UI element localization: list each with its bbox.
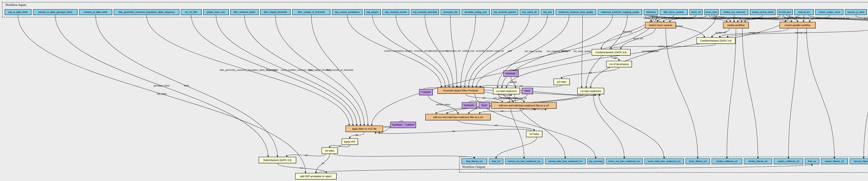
s-add-normal[interactable]: Add snv and indel bam-readcount files to… bbox=[491, 102, 557, 109]
edge-label-docm-vcf: docm_vcf bbox=[633, 37, 643, 40]
edge-label-vcf: vcf bbox=[614, 57, 617, 59]
edge-label-pick: pick bbox=[508, 50, 512, 52]
s-bgzip[interactable]: bgzip VCF bbox=[342, 138, 358, 145]
in-variants-to-table-genotype-fields[interactable]: variants_to_table_genotype_fields bbox=[33, 9, 78, 15]
in-filter-gnomADe-maximum-population-allele-frequency[interactable]: filter_gnomADe_maximum_population_allele… bbox=[114, 9, 179, 15]
in-variants-to-table-fields[interactable]: variants_to_table_fields bbox=[79, 9, 112, 15]
l-dna1[interactable]: "DNA" bbox=[522, 88, 533, 94]
edge-label-vcf: vcf bbox=[305, 154, 308, 156]
edge-label-min-base-quality: min_base_quality bbox=[524, 50, 542, 52]
in-varscan-p-value[interactable]: varscan_p_value bbox=[845, 9, 867, 15]
out-normal-indel-bam-readcount-tsv[interactable]: normal_indel_bam_readcount_tsv bbox=[545, 158, 586, 164]
edge-label-insert-size: insert_size bbox=[281, 69, 292, 71]
in-docm-vcf[interactable]: docm_vcf bbox=[689, 9, 703, 15]
s-rc-normal[interactable]: run bam-readcount bbox=[493, 88, 520, 94]
s-report[interactable]: add VEP annotation to report bbox=[295, 173, 337, 179]
out-tumor-indel-bam-readcount-tsv[interactable]: tumor_indel_bam_readcount_tsv bbox=[644, 158, 684, 164]
l-normal2[interactable]: "NORMAL" bbox=[462, 102, 477, 108]
edge-label-callers-vcf: callers_vcf bbox=[658, 45, 669, 48]
in-pindel-insert-size[interactable]: pindel_insert_size bbox=[203, 9, 229, 15]
out-final-filtered-vcf[interactable]: final_filtered_vcf bbox=[461, 158, 487, 164]
in-annotate-coding-only[interactable]: annotate_coding_only bbox=[462, 9, 490, 15]
out-tumor-snv-bam-readcount-tsv[interactable]: tumor_snv_bam_readcount_tsv bbox=[606, 158, 643, 164]
in-vep-to-table-fields[interactable]: vep_to_table_fields bbox=[4, 9, 31, 15]
s-strelka[interactable]: strelka workflow bbox=[723, 22, 749, 28]
edge-label-interval-list: interval_list bbox=[838, 17, 849, 20]
edge-s-report-to-out-final-tsv bbox=[316, 164, 812, 173]
out-final-vcf[interactable]: final_vcf bbox=[489, 158, 503, 164]
l-normal1[interactable]: "NORMAL" bbox=[503, 71, 519, 77]
edge-label-vep-fields: vep_fields bbox=[157, 93, 167, 95]
in-reference[interactable]: reference bbox=[644, 9, 658, 15]
in-filter-docm-variants[interactable]: filter_docm_variants bbox=[660, 9, 688, 15]
edge-label-reference: reference bbox=[623, 30, 632, 33]
edge-label-interval-list: interval_list bbox=[767, 17, 778, 20]
edge-label-reference: reference bbox=[644, 17, 653, 20]
in-vep-cache-dir[interactable]: vep_cache_dir bbox=[520, 9, 539, 15]
in-strelka-exome-mode[interactable]: strelka_exome_mode bbox=[750, 9, 775, 15]
edge-s-varscan-to-out-varscan-filtered-vcf bbox=[864, 28, 868, 158]
edge-label-coding-only: coding_only bbox=[462, 50, 474, 52]
in-normal-bam[interactable]: normal_bam bbox=[777, 9, 793, 15]
out-varscan-filtered-vcf[interactable]: varscan_filtered_vcf bbox=[849, 158, 868, 164]
in-vep-ensembl-assembly[interactable]: vep_ensembl_assembly bbox=[411, 9, 439, 15]
edge-label-vcf: vcf bbox=[452, 130, 455, 132]
l-tumor1[interactable]: "TUMOR" bbox=[419, 89, 433, 95]
s-select[interactable]: SelectVariants (GATK 3.6) bbox=[259, 157, 296, 163]
edge-label-indel-bam-readcount-tsv: indel_bam_readcount_tsv bbox=[501, 97, 527, 99]
in-filter-minimum-depth[interactable]: filter_minimum_depth bbox=[230, 9, 258, 15]
l-dna2[interactable]: "DNA" bbox=[479, 102, 490, 108]
s-combine[interactable]: CombineVariants (GATK 3.6) bbox=[696, 37, 735, 44]
edge-label-tumor-bam: tumor_bam bbox=[714, 17, 725, 20]
edge-label-reference: reference bbox=[561, 50, 570, 52]
s-rc-tumor[interactable]: run bam-readcount bbox=[577, 88, 604, 94]
s-index2[interactable]: vcf index bbox=[321, 148, 338, 154]
in-synonyms-file[interactable]: synonyms_file bbox=[441, 9, 460, 15]
out-vep-summary[interactable]: vep_summary bbox=[587, 158, 604, 164]
in-vep-pick[interactable]: vep_pick bbox=[541, 9, 554, 15]
in-vep-ensembl-species[interactable]: vep_ensembl_species bbox=[491, 9, 518, 15]
edge-label-file: file bbox=[355, 134, 359, 136]
out-normal-snv-bam-readcount-tsv[interactable]: normal_snv_bam_readcount_tsv bbox=[505, 158, 543, 164]
in-tumor-bam[interactable]: tumor_bam bbox=[704, 9, 718, 15]
s-vep[interactable]: Ensembl Variant Effect Predictor bbox=[437, 87, 484, 94]
out-mutect-filtered-vcf[interactable]: mutect_filtered_vcf bbox=[821, 158, 848, 164]
edge-label-normal-bam: normal_bam bbox=[642, 50, 654, 52]
in-interval-list[interactable]: interval_list bbox=[794, 9, 814, 15]
edge-label-normal-bam: normal_bam bbox=[784, 17, 797, 20]
edge-label-ensembl-species: ensembl_species bbox=[476, 50, 493, 52]
in-filter-somatic-llr-threshold[interactable]: filter_somatic_llr_threshold bbox=[292, 9, 330, 15]
out-strelka-unfiltered-vcf[interactable]: strelka_unfiltered_vcf bbox=[712, 158, 742, 164]
in-mutect-scatter-count[interactable]: mutect_scatter_count bbox=[815, 9, 843, 15]
in-vep-plugins[interactable]: vep_plugins bbox=[364, 9, 381, 15]
s-mutect[interactable]: mutect parallel workflow bbox=[779, 22, 815, 28]
out-docm-filtered-vcf[interactable]: docm_filtered_vcf bbox=[686, 158, 710, 164]
s-decompose-index[interactable]: vcf index bbox=[553, 79, 570, 85]
in-cle-vcf-filter[interactable]: cle_vcf_filter bbox=[181, 9, 202, 15]
edge-s-detect-docm-to-out-docm-filtered-vcf bbox=[666, 28, 698, 158]
out-strelka-filtered-vcf[interactable]: strelka_filtered_vcf bbox=[744, 158, 772, 164]
edge-label-sample: sample bbox=[509, 81, 517, 83]
out-final-tsv[interactable]: final_tsv bbox=[805, 158, 819, 164]
in-vep-custom-annotations[interactable]: vep_custom_annotations bbox=[332, 9, 363, 15]
s-decompose[interactable]: run of decompose bbox=[606, 61, 632, 67]
in-readcount-minimum-mapping-quality[interactable]: readcount_minimum_mapping_quality bbox=[598, 9, 642, 15]
out-mutect-unfiltered-vcf[interactable]: mutect_unfiltered_vcf bbox=[774, 158, 803, 164]
edge-label-scatter-count: scatter_count bbox=[813, 17, 826, 20]
in-strelka-cpu-reserved[interactable]: strelka_cpu_reserved bbox=[720, 9, 748, 15]
edge-s-rc-tumor-to-out-tumor-indel-bam-readcount-tsv bbox=[599, 94, 664, 158]
s-add-tumor[interactable]: Add snv and indel bam-readcount files to… bbox=[425, 114, 491, 120]
edge-label-cache-dir: cache_dir bbox=[494, 50, 504, 52]
edge-label-tsv: tsv bbox=[300, 166, 303, 169]
in-readcount-minimum-base-quality[interactable]: readcount_minimum_base_quality bbox=[556, 9, 596, 15]
s-filter[interactable]: Apply filters to VCF file bbox=[345, 126, 383, 132]
workflow-outputs-title: Workflow Outputs bbox=[462, 165, 485, 169]
s-index-rc[interactable]: vcf index bbox=[526, 131, 542, 137]
in-filter-mapq0-threshold[interactable]: filter_mapq0_threshold bbox=[260, 9, 290, 15]
l-nt[interactable]: "NORMAL","TUMOR" bbox=[390, 122, 416, 128]
s-detect-docm[interactable]: Detect Docm variants bbox=[645, 22, 676, 28]
edge-label-vcf: vcf bbox=[338, 145, 341, 147]
s-combine-docm[interactable]: CombineVariants (GATK 3.6) bbox=[592, 49, 630, 55]
edge-label-vcf: vcf bbox=[321, 162, 324, 164]
in-vep-ensembl-version[interactable]: vep_ensembl_version bbox=[382, 9, 409, 15]
